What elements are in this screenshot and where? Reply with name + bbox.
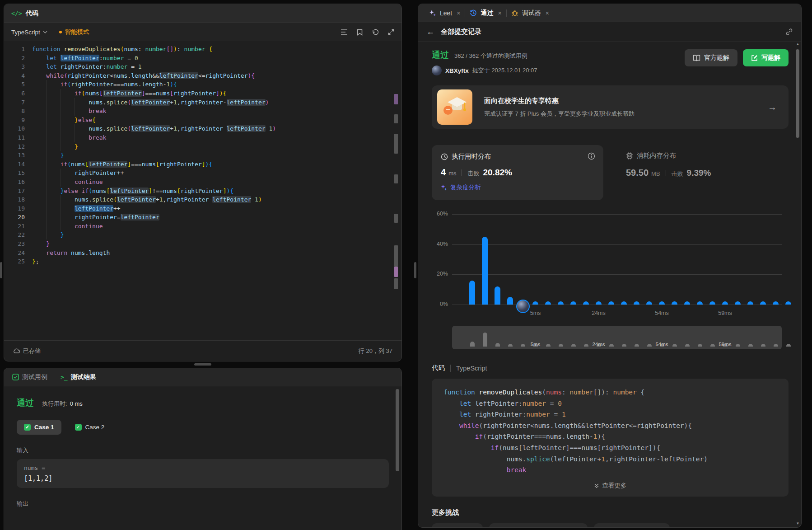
code-editor-content[interactable]: 1function removeDuplicates(nums: number[… [4,41,392,338]
line-number: 16 [4,178,25,187]
tab-testresult[interactable]: >_ 测试结果 [61,373,96,381]
x-axis-label: 24ms [586,310,611,316]
runtime-bar-6[interactable] [545,301,551,305]
runtime-bar-18[interactable] [697,301,703,305]
code-line-13: 13 } [4,151,392,160]
case-2-chip[interactable]: ✓ Case 2 [73,420,107,435]
smart-mode-toggle[interactable]: 智能模式 [59,28,89,36]
code-line-11: 11 break [4,133,392,142]
minimap-bar-24 [774,344,778,347]
format-lines-icon[interactable] [341,29,348,35]
runtime-bar-17[interactable] [684,301,690,305]
view-more-button[interactable]: 查看更多 [443,480,777,492]
runtime-bar-23[interactable] [760,301,766,305]
runtime-bar-10[interactable] [596,301,602,305]
runtime-bar-24[interactable] [773,301,779,305]
submitted-code-line-6: if(nums[leftPointer]===nums[rightPointer… [443,442,777,454]
case-1-chip[interactable]: ✓ Case 1 [17,420,61,435]
runtime-bar-22[interactable] [747,301,753,305]
right-panel-scrollbar[interactable]: ▲ ▼ [795,42,800,525]
runtime-distribution-card[interactable]: 执行用时分布 4 ms 击败 20.82% 复杂度分析 [432,145,603,200]
runtime-bar-20[interactable] [722,301,728,305]
scrollbar-thumb[interactable] [796,49,799,138]
memory-distribution-block[interactable]: 消耗内存分布 59.50 MB 击败 9.39% [626,151,711,178]
runtime-bar-9[interactable] [583,301,589,305]
runtime-bar-7[interactable] [558,301,564,305]
tab-pass-label: 通过 [481,9,493,17]
scroll-down-icon[interactable]: ▼ [796,521,800,525]
runtime-bar-3[interactable] [507,297,513,305]
runtime-bar-12[interactable] [621,301,627,305]
runtime-bar-16[interactable] [672,301,677,305]
challenge-chip-3[interactable]: 2460. 对数组执行操作 [594,523,670,528]
code-line-10: 10 nums.splice(leftPointer+1,rightPointe… [4,124,392,133]
left-resize-handle[interactable] [0,262,2,278]
minimap-x-label: 5ms [524,342,547,347]
tab-debugger[interactable]: 调试器 × [507,9,554,17]
complexity-analysis-link[interactable]: 复杂度分析 [441,183,594,192]
runtime-bar-21[interactable] [735,301,741,305]
runtime-bar-19[interactable] [709,301,715,305]
runtime-bar-11[interactable] [608,301,614,305]
line-number: 25 [4,257,25,266]
line-number: 22 [4,230,25,239]
user-result-marker[interactable] [516,300,530,313]
official-solution-button[interactable]: 官方题解 [685,49,737,66]
panel-resize-handle[interactable] [414,262,416,278]
memory-chip-icon [626,152,633,159]
runtime-bar-14[interactable] [646,301,652,305]
scroll-up-icon[interactable]: ▲ [796,42,800,46]
test-panel-scrollbar[interactable] [396,389,399,471]
close-icon[interactable]: × [498,9,501,17]
runtime-bar-13[interactable] [634,301,639,305]
info-icon[interactable] [588,152,595,160]
runtime-bar-8[interactable] [570,301,576,305]
link-icon[interactable] [785,28,793,36]
tab-testcases[interactable]: 测试用例 [12,373,47,381]
line-number: 19 [4,204,25,213]
username[interactable]: XBXyftx [445,67,469,74]
runtime-bar-15[interactable] [659,301,665,305]
submitted-code-line-8: break [443,464,777,476]
challenge-chip-1[interactable]: 27. 移除元素 [432,523,483,528]
arrow-right-icon[interactable]: → [768,102,777,113]
close-icon[interactable]: × [457,9,460,17]
code-line-6: 6 if(nums[leftPointer]===nums[rightPoint… [4,89,392,98]
code-line-21: 21 continue [4,222,392,231]
back-arrow-icon[interactable]: ← [426,27,434,37]
write-solution-button[interactable]: 写题解 [743,49,789,66]
check-icon: ✓ [75,424,82,431]
tab-leet[interactable]: Leet × [425,9,465,17]
challenge-chip-2[interactable]: 80. 删除有序数组中的重复项 II [489,523,588,528]
overview-ruler[interactable] [393,45,399,337]
line-number: 17 [4,187,25,196]
editor-header: </> 代码 [4,4,401,23]
input-box[interactable]: nums = [1,1,2] [17,459,389,488]
minimap-bar-3 [508,344,513,347]
runtime-bar-2[interactable] [495,286,500,305]
gridline [452,274,782,275]
tab-pass[interactable]: 通过 × [465,9,506,17]
expand-icon[interactable] [388,29,394,35]
minimap-x-label: 54ms [651,342,673,347]
runtime-bar-1[interactable] [482,237,488,305]
runtime-bar-5[interactable] [532,301,538,305]
runtime-unit: ms [448,170,456,177]
test-verdict: 通过 [17,397,34,409]
runtime-bar-0[interactable] [469,281,475,305]
horizontal-resize-handle[interactable] [194,363,211,366]
divider [462,169,462,176]
student-promo-banner[interactable]: 面向在校学生的专享特惠 完成认证享 7 折 Plus 会员，享受更多学业及职业成… [432,85,789,129]
chevron-double-down-icon [594,483,599,488]
minimap-window[interactable]: 5ms24ms54ms59ms [452,326,782,349]
check-icon: ✓ [24,424,31,431]
undo-reset-icon[interactable] [372,29,379,36]
bookmark-icon[interactable] [357,29,363,36]
close-icon[interactable]: × [546,9,549,17]
chart-minimap[interactable]: 5ms24ms54ms59ms [432,325,789,352]
runtime-bar-25[interactable] [785,301,791,305]
code-line-17: 17 }else if(nums[leftPointer]!==nums[rig… [4,187,392,196]
language-select[interactable]: TypeScript [11,29,47,36]
line-number: 1 [4,45,25,54]
code-line-2: 2 let leftPointer:number = 0 [4,54,392,63]
